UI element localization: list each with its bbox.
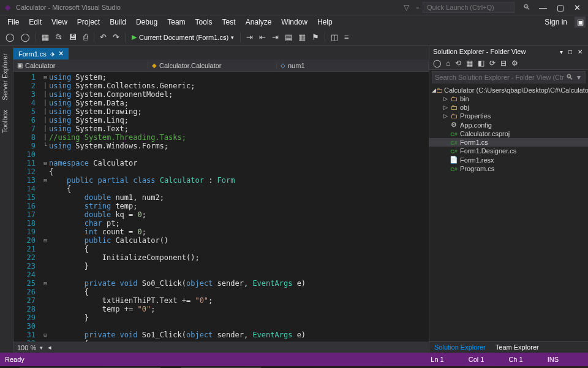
tree-item[interactable]: ▷🗀Properties xyxy=(429,112,588,120)
solution-title: Solution Explorer - Folder View xyxy=(433,48,526,55)
menu-file[interactable]: File xyxy=(2,16,24,28)
menu-view[interactable]: View xyxy=(47,16,72,28)
open-file-button[interactable]: 📂︎ xyxy=(52,31,66,44)
menu-team[interactable]: Team xyxy=(162,16,190,28)
tree-item[interactable]: C#Calculator.csproj xyxy=(429,129,588,138)
toggle-button[interactable]: ◫ xyxy=(328,31,341,44)
search-icon[interactable]: 🔍︎ xyxy=(564,73,575,82)
solution-search-input[interactable] xyxy=(435,74,564,81)
tree-item[interactable]: ▷🗀bin xyxy=(429,94,588,103)
minimize-button[interactable]: — xyxy=(534,3,552,12)
new-project-button[interactable]: ▦ xyxy=(39,31,52,44)
uncomment-button[interactable]: ▥ xyxy=(295,31,309,44)
indent-button[interactable]: ⇥ xyxy=(269,31,282,44)
collapse-icon[interactable]: ⊟ xyxy=(499,59,508,67)
status-ready: Ready xyxy=(5,356,24,363)
debug-target-label: Current Document (Form1.cs) xyxy=(139,34,228,41)
close-icon[interactable]: ✕ xyxy=(576,48,584,55)
tree-item[interactable]: C#Form1.Designer.cs xyxy=(429,147,588,155)
zoom-label[interactable]: 100 % xyxy=(17,344,36,351)
menu-edit[interactable]: Edit xyxy=(24,16,47,28)
dropdown-icon[interactable]: ▾ xyxy=(558,48,565,55)
signin-link[interactable]: Sign in xyxy=(540,17,572,28)
window-title: Calculator - Microsoft Visual Studio xyxy=(16,4,121,11)
start-debug-button[interactable]: ▶ Current Document (Form1.cs) ▾ xyxy=(128,32,238,42)
save-button[interactable]: 💾︎ xyxy=(66,31,80,44)
chevron-down-icon[interactable]: ▾ xyxy=(575,73,582,82)
redo-button[interactable]: ↷ xyxy=(110,31,123,44)
comment-button[interactable]: ▤ xyxy=(282,31,295,44)
home-icon[interactable]: ⌂ xyxy=(445,59,451,67)
refresh-icon[interactable]: ⟳ xyxy=(488,59,497,67)
tab-solution-explorer[interactable]: Solution Explorer xyxy=(429,342,491,353)
menu-help[interactable]: Help xyxy=(312,16,337,28)
tree-item[interactable]: ⚙App.config xyxy=(429,120,588,129)
menu-project[interactable]: Project xyxy=(72,16,105,28)
tab-team-explorer[interactable]: Team Explorer xyxy=(491,342,544,353)
save-all-button[interactable]: ⎙ xyxy=(80,31,91,44)
pin-icon[interactable]: □ xyxy=(567,48,574,55)
status-ch: Ch 1 xyxy=(508,356,522,363)
nav-back-button[interactable]: ◯ xyxy=(2,31,18,44)
close-icon[interactable]: ✕ xyxy=(58,50,64,58)
side-tab-toolbox[interactable]: Toolbox xyxy=(0,105,13,138)
breadcrumb-project[interactable]: ▣ Calculator xyxy=(13,62,148,69)
close-button[interactable]: ✕ xyxy=(569,3,586,12)
dropdown-icon[interactable]: ▾ xyxy=(40,345,43,351)
side-tab-server-explorer[interactable]: Server Explorer xyxy=(0,48,13,105)
menu-analyze[interactable]: Analyze xyxy=(241,16,277,28)
doc-tab-label: Form1.cs xyxy=(18,50,47,58)
status-col: Col 1 xyxy=(469,356,484,363)
play-icon: ▶ xyxy=(132,33,137,41)
doc-tab[interactable]: Form1.cs ⬗ ✕ xyxy=(13,48,69,59)
back-icon[interactable]: ◯ xyxy=(432,59,442,67)
tree-item[interactable]: 📄Form1.resx xyxy=(429,155,588,164)
menu-build[interactable]: Build xyxy=(105,16,131,28)
search-icon[interactable]: 🔍︎ xyxy=(519,3,534,12)
breadcrumb-class[interactable]: ◆ Calculator.Calculator xyxy=(148,62,277,69)
maximize-button[interactable]: ▢ xyxy=(552,3,569,12)
step-button[interactable]: ⇥ xyxy=(243,31,256,44)
menu-test[interactable]: Test xyxy=(217,16,241,28)
menu-window[interactable]: Window xyxy=(276,16,312,28)
format-button[interactable]: ≡ xyxy=(341,31,352,44)
properties-icon[interactable]: ⚙ xyxy=(510,59,519,67)
fold-column[interactable]: ⊟│││││││└⊟⊟⊟⊟⊟⊟ xyxy=(42,72,49,342)
pin-icon[interactable]: ⬗ xyxy=(50,51,55,57)
breadcrumb-member[interactable]: ◇ num1 xyxy=(277,62,429,69)
menu-tools[interactable]: Tools xyxy=(190,16,217,28)
vs-logo-icon: ◈ xyxy=(2,2,12,12)
project-icon: ▣ xyxy=(17,62,23,69)
code-editor[interactable]: using System;using System.Collections.Ge… xyxy=(49,72,429,342)
undo-button[interactable]: ↶ xyxy=(97,31,110,44)
outdent-button[interactable]: ⇤ xyxy=(256,31,269,44)
tree-item[interactable]: C#Form1.cs xyxy=(429,138,588,147)
notification-icon[interactable]: ▫ xyxy=(413,3,423,12)
tree-root[interactable]: ◢🗀Calculator (C:\Users\qbap\Desktop\C#\C… xyxy=(429,86,588,94)
chevron-down-icon: ▾ xyxy=(231,34,234,40)
tree-item[interactable]: C#Program.cs xyxy=(429,164,588,173)
status-line: Ln 1 xyxy=(431,356,443,363)
bookmark-button[interactable]: ⚑ xyxy=(309,31,322,44)
sync-icon[interactable]: ⟲ xyxy=(454,59,462,67)
nav-fwd-button[interactable]: ◯ xyxy=(18,31,33,44)
folder-view-icon[interactable]: ▦ xyxy=(465,59,474,67)
menu-debug[interactable]: Debug xyxy=(131,16,162,28)
quick-launch-input[interactable] xyxy=(423,2,514,13)
class-icon: ◆ xyxy=(152,62,157,69)
filter-icon[interactable]: ▽ xyxy=(400,3,413,12)
tree-item[interactable]: ▷🗀obj xyxy=(429,103,588,112)
show-all-icon[interactable]: ◧ xyxy=(477,59,486,67)
status-ins: INS xyxy=(548,356,559,363)
line-gutter: 1 2 3 4 5 6 7 8 9 10 11 12 13 14 15 16 1… xyxy=(13,72,42,342)
scroll-left-icon[interactable]: ◂ xyxy=(48,343,51,351)
user-badge-icon[interactable]: ▣ xyxy=(575,17,586,28)
field-icon: ◇ xyxy=(281,62,285,69)
